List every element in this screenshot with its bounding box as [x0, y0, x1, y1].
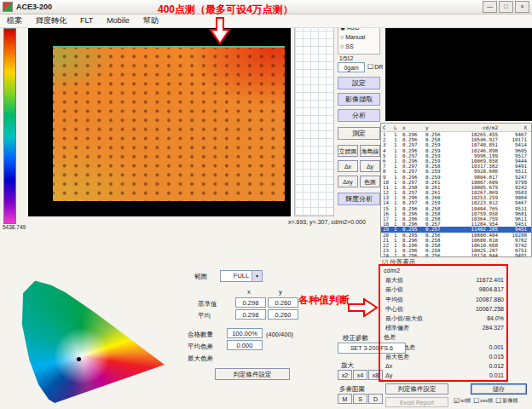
stats-panel: cd/m2 最大值 11672.401 最小值 9804.817 平均值 100…	[382, 266, 506, 380]
radio-icon	[340, 34, 344, 40]
zoom-x4-button[interactable]: x4	[353, 370, 367, 380]
heatmap-panel[interactable]	[28, 22, 291, 216]
save-button[interactable]: 儲存	[471, 383, 527, 395]
stat-label: 標準偏差	[385, 323, 409, 332]
stat-row-stddev: 標準偏差 284.327	[382, 323, 506, 332]
table-cell: 24	[381, 253, 394, 257]
measurement-table[interactable]: C L x y cd/m2 X 110.2960.25610265.455946…	[380, 123, 532, 257]
annotation-right-arrow	[348, 298, 379, 317]
measure-button[interactable]: 測定	[338, 127, 380, 140]
annotation-points-note: 400点测（最多可设4万点测）	[158, 3, 293, 17]
radio-manual[interactable]: Manual	[340, 32, 378, 42]
delta-x-button[interactable]: Δx	[338, 160, 358, 172]
table-cell: 0.296	[402, 253, 425, 257]
measurement-heatmap[interactable]	[53, 46, 285, 201]
multi-d-button[interactable]: D	[368, 394, 383, 404]
image-capture-button[interactable]: 影像擷取	[338, 93, 380, 106]
pass-count-label: 合格數量	[188, 331, 213, 339]
range-label: 範圍	[194, 273, 207, 281]
table-header: C L x y cd/m2 X	[381, 124, 531, 132]
table-cell: 9491	[498, 253, 529, 257]
stat-label: 中心值	[385, 304, 403, 314]
table-cell: 0.256	[425, 253, 448, 257]
image-file-checkbox[interactable]: 影像檔	[495, 397, 518, 405]
judge-condition-button-left[interactable]: 判定條件設定	[215, 368, 290, 380]
reference-y-field[interactable]: 0.260	[268, 297, 298, 308]
cie-diagram	[20, 271, 177, 404]
header-cell: x	[402, 124, 425, 131]
checkbox-icon	[495, 397, 501, 405]
range-dropdown[interactable]: FULL ▾	[220, 270, 263, 282]
csv-file-checkbox[interactable]: csv檔	[473, 397, 493, 405]
menu-mobile[interactable]: Mobile	[100, 14, 136, 27]
radio-label: SS	[345, 43, 353, 49]
table-row[interactable]: 2410.2960.25610174.8449491	[381, 253, 531, 257]
stat-row-center: 中心值 10067.258	[382, 304, 506, 314]
annotation-down-arrow	[209, 17, 231, 44]
maximize-button[interactable]: □	[499, 1, 513, 13]
stat-label: 最小值/最大值	[385, 314, 423, 323]
stat-value: 11672.401	[476, 275, 504, 285]
calibration-value: SET 3-200 FS.6	[338, 343, 406, 354]
color-section-title: 色差	[382, 332, 506, 342]
menu-flt[interactable]: FLT	[73, 14, 100, 27]
header-cell: C	[381, 124, 394, 131]
chevron-down-icon: ▾	[252, 271, 262, 281]
header-cell: L	[394, 124, 402, 131]
dr-label: DR	[374, 64, 383, 70]
contour-button[interactable]: 海島線	[360, 145, 380, 157]
stat-value: 0.015	[489, 352, 504, 361]
table-cell: 10174.844	[448, 253, 498, 257]
stereo-button[interactable]: 立體圖	[338, 145, 358, 157]
stat-value: 84.0%	[487, 314, 504, 323]
average-y-field[interactable]: 0.260	[268, 309, 298, 320]
judge-condition-button[interactable]: 判定條件設定	[385, 383, 448, 395]
stat-row-dx: Δx 0.012	[382, 361, 506, 371]
average-label: 平均	[198, 312, 211, 320]
checkbox-icon	[367, 63, 373, 71]
header-cell: cd/m2	[448, 124, 498, 131]
colorbar-min-label: 5438.749	[3, 224, 26, 230]
col-y-label: y	[279, 288, 282, 296]
avg-diff-field[interactable]: 0.000	[227, 340, 263, 350]
delta-xy-button[interactable]: Δxy	[338, 176, 358, 187]
analyze-button[interactable]: 分析	[338, 109, 380, 122]
menu-convert[interactable]: 輝度轉化	[29, 14, 73, 27]
stat-row-dy: Δy 0.011	[382, 371, 506, 380]
close-button[interactable]: ×	[515, 1, 529, 13]
multi-s-button[interactable]: S	[353, 394, 367, 404]
reference-x-field[interactable]: 0.298	[235, 297, 266, 308]
gain-input[interactable]: 0gain	[338, 62, 365, 72]
shutter-label: 1/512	[339, 55, 353, 61]
minimize-button[interactable]: —	[483, 1, 497, 13]
stat-label: 最小值	[385, 285, 403, 294]
grid-strip	[294, 22, 334, 216]
stat-label: Δx	[385, 361, 392, 371]
stat-value: 284.327	[483, 323, 504, 332]
color-scale-bar	[3, 28, 16, 224]
delta-y-button[interactable]: Δy	[360, 160, 380, 172]
stat-row-min: 最小值 9804.817	[382, 285, 506, 294]
luminance-analysis-button[interactable]: 輝度分析	[338, 193, 380, 205]
stat-value: 0.012	[489, 361, 504, 371]
dr-checkbox[interactable]: DR	[367, 63, 383, 71]
zoom-x2-button[interactable]: x2	[338, 370, 352, 380]
radio-ss[interactable]: SS	[340, 42, 378, 51]
luminance-section-title: cd/m2	[382, 266, 506, 275]
annotation-values-note: 各种值判断	[298, 293, 350, 308]
file-options: tcl檔 csv檔 影像檔	[454, 397, 518, 405]
pass-percent-field: 100.00%	[227, 328, 263, 338]
radio-icon	[340, 43, 344, 49]
multi-m-button[interactable]: M	[338, 394, 352, 404]
excel-report-button[interactable]: Excel Report	[385, 397, 448, 407]
checkbox-icon	[473, 397, 479, 405]
settings-button[interactable]: 設定	[338, 77, 380, 89]
stat-label: 平均值	[385, 295, 403, 304]
color-map-button[interactable]: 色圖	[360, 176, 380, 187]
average-x-field[interactable]: 0.298	[235, 309, 266, 320]
menu-file[interactable]: 檔案	[0, 14, 29, 27]
file-option-label: tcl檔	[460, 397, 471, 405]
tcl-file-checkbox[interactable]: tcl檔	[454, 397, 471, 405]
zoom-x8-button[interactable]: x8	[368, 370, 383, 380]
max-diff-label: 最大色差	[188, 354, 213, 363]
